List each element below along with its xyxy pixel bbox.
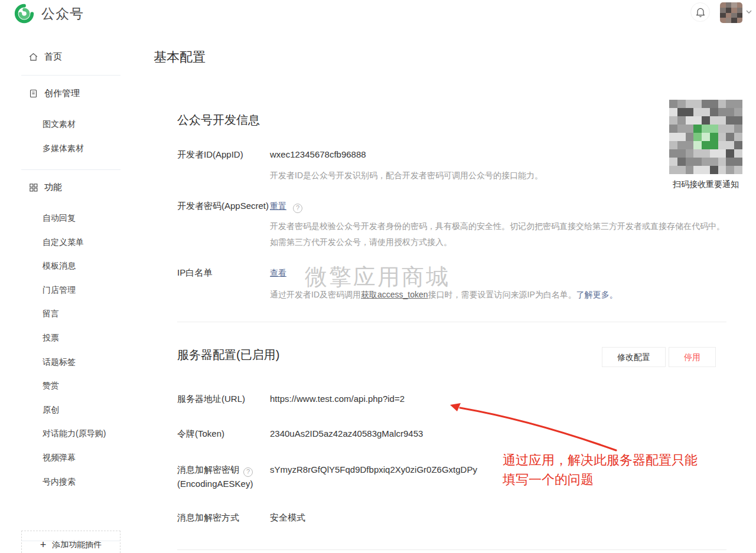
- annotation-text: 通过应用，解决此服务器配置只能 填写一个的问题: [503, 450, 698, 489]
- help-icon[interactable]: ?: [293, 204, 302, 213]
- sidebar-item[interactable]: 对话能力(原导购): [43, 421, 106, 446]
- bell-icon: [695, 6, 706, 18]
- appid-description: 开发者ID是公众号开发识别码，配合开发者密码可调用公众号的接口能力。: [270, 168, 726, 184]
- sidebar: 首页 创作管理 图文素材多媒体素材 功能 自动回复自定义菜单模板消息门店管理留言…: [0, 28, 136, 553]
- sidebar-item[interactable]: 话题标签: [43, 350, 106, 374]
- appsecret-row: 开发者密码(AppSecret) 重置 ? 开发者密码是校验公众号开发者身份的密…: [177, 199, 726, 250]
- encrypt-mode-row: 消息加解密方式 安全模式: [177, 511, 726, 524]
- sidebar-item[interactable]: 号内搜索: [43, 470, 106, 494]
- sidebar-item[interactable]: 留言: [43, 302, 106, 326]
- sidebar-divider: [21, 169, 120, 170]
- encrypt-mode-value: 安全模式: [270, 512, 305, 522]
- token-label: 令牌(Token): [177, 427, 270, 440]
- server-url-label: 服务器地址(URL): [177, 392, 270, 405]
- app-header: 公众号: [0, 0, 756, 28]
- token-value: 2340uAs2ID5az42az40583gMalcr9453: [270, 428, 423, 439]
- bottom-divider: [177, 549, 726, 550]
- annotation-line2: 填写一个的问题: [503, 470, 698, 489]
- ip-whitelist-row: IP白名单 查看 通过开发者ID及密码调用获取access_token接口时，需…: [177, 266, 726, 303]
- notification-bell-button[interactable]: [690, 2, 710, 22]
- app-logo[interactable]: 公众号: [13, 2, 84, 25]
- sidebar-divider: [21, 75, 120, 76]
- ip-desc-suffix: 接口时，需要设置访问来源IP为白名单。: [428, 290, 576, 299]
- sidebar-item[interactable]: 模板消息: [43, 254, 106, 278]
- ip-whitelist-description: 通过开发者ID及密码调用获取access_token接口时，需要设置访问来源IP…: [270, 287, 726, 303]
- access-token-link[interactable]: 获取access_token: [361, 290, 428, 299]
- chevron-down-icon[interactable]: [745, 8, 752, 15]
- sidebar-item[interactable]: 原创: [43, 398, 106, 422]
- appid-label: 开发者ID(AppID): [177, 148, 270, 184]
- sidebar-item[interactable]: 视频弹幕: [43, 446, 106, 470]
- home-icon: [28, 52, 38, 62]
- annotation-line1: 通过应用，解决此服务器配置只能: [503, 450, 698, 470]
- section-divider: [177, 322, 726, 322]
- disable-button[interactable]: 停用: [669, 347, 716, 367]
- server-url-row: 服务器地址(URL) https://www.test.com/api.php?…: [177, 392, 726, 405]
- modify-config-button[interactable]: 修改配置: [602, 347, 666, 367]
- sidebar-item[interactable]: 投票: [43, 326, 106, 350]
- sidebar-divider: [21, 541, 120, 541]
- sidebar-group-label: 功能: [44, 182, 62, 193]
- sidebar-item-label: 首页: [44, 51, 62, 63]
- sidebar-item[interactable]: 自定义菜单: [43, 230, 106, 254]
- appid-value: wxec12345678cfb96888: [270, 148, 726, 161]
- learn-more-link[interactable]: 了解更多。: [576, 290, 618, 299]
- sidebar-item[interactable]: 多媒体素材: [43, 136, 84, 161]
- sidebar-item[interactable]: 门店管理: [43, 278, 106, 302]
- help-icon[interactable]: ?: [243, 467, 253, 477]
- reset-link[interactable]: 重置: [270, 201, 286, 211]
- sidebar-sublist-creation: 图文素材多媒体素材: [43, 112, 84, 160]
- sidebar-item-home[interactable]: 首页: [28, 45, 62, 68]
- dev-info-section-title: 公众号开发信息: [177, 112, 260, 128]
- aes-key-label: 消息加解密密钥? (EncodingAESKey): [177, 463, 270, 490]
- document-icon: [28, 89, 38, 99]
- server-config-section-title: 服务器配置(已启用): [177, 347, 279, 363]
- sidebar-item[interactable]: 自动回复: [43, 206, 106, 230]
- sidebar-item[interactable]: 赞赏: [43, 374, 106, 398]
- appsecret-label: 开发者密码(AppSecret): [177, 199, 270, 250]
- aes-key-label-line2: (EncodingAESKey): [177, 479, 253, 489]
- grid-icon: [28, 182, 38, 192]
- aes-key-value: sYmyzR8rGfQlY5Fqd9Dfbpxiq2Xy0ziGr0Z6Gxtg…: [270, 464, 477, 475]
- add-plugin-button[interactable]: + 添加功能插件: [21, 531, 120, 553]
- avatar[interactable]: [720, 2, 742, 23]
- sidebar-item[interactable]: 图文素材: [43, 112, 84, 136]
- page-title: 基本配置: [154, 48, 206, 66]
- encrypt-mode-label: 消息加解密方式: [177, 511, 270, 524]
- server-url-value: https://www.test.com/api.php?id=2: [270, 394, 405, 404]
- view-link[interactable]: 查看: [270, 268, 286, 277]
- ip-whitelist-label: IP白名单: [177, 266, 270, 303]
- sidebar-group-features[interactable]: 功能: [28, 175, 62, 199]
- server-config-actions: 修改配置 停用: [602, 347, 716, 367]
- brand-swirl-icon: [13, 2, 35, 25]
- appid-row: 开发者ID(AppID) wxec12345678cfb96888 开发者ID是…: [177, 148, 726, 184]
- ip-desc-prefix: 通过开发者ID及密码调用: [270, 290, 361, 299]
- sidebar-group-creation[interactable]: 创作管理: [28, 81, 80, 105]
- appsecret-description: 开发者密码是校验公众号开发者身份的密码，具有极高的安全性。切记勿把密码直接交给第…: [270, 218, 726, 250]
- sidebar-group-label: 创作管理: [44, 88, 80, 99]
- token-row: 令牌(Token) 2340uAs2ID5az42az40583gMalcr94…: [177, 427, 726, 440]
- sidebar-sublist-features: 自动回复自定义菜单模板消息门店管理留言投票话题标签赞赏原创对话能力(原导购)视频…: [43, 206, 106, 493]
- aes-key-label-line1: 消息加解密密钥: [177, 464, 239, 475]
- brand-title: 公众号: [41, 5, 84, 23]
